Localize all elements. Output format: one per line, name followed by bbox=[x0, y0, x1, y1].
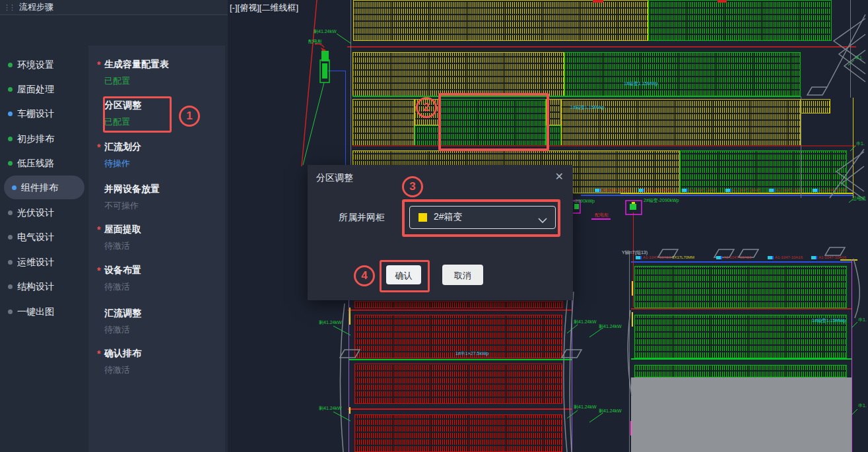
sidebar-item-roof[interactable]: 屋面处理 bbox=[0, 77, 88, 101]
substep-capacity-table[interactable]: *生成容量配置表 已配置 bbox=[88, 59, 225, 87]
cabinet-label-red: 配电柜 bbox=[595, 212, 609, 218]
capacity-label: 剩41.24kW bbox=[314, 28, 337, 35]
substep-status: 待激活 bbox=[88, 364, 225, 376]
substep-combiner-adjust[interactable]: 汇流调整 待激活 bbox=[88, 307, 225, 336]
box-capacity-label: 1#箱变1.15MWp bbox=[624, 81, 658, 87]
substep-status: 已配置 bbox=[88, 116, 225, 128]
partition-adjust-dialog: 分区调整 ✕ 所属并网柜 2#箱变 3 确认 取消 4 bbox=[308, 165, 573, 300]
capacity-label: 剩41.24kW bbox=[319, 405, 342, 412]
clipped-label: 串1. bbox=[858, 317, 867, 323]
sidebar-item-structural[interactable]: 结构设计 bbox=[0, 274, 88, 298]
sidebar-item-pv-design[interactable]: 光伏设计 bbox=[0, 201, 88, 224]
status-dot bbox=[8, 87, 13, 92]
sidebar-item-module-layout[interactable]: 组件排布 bbox=[4, 176, 84, 199]
substep-combiner-division[interactable]: *汇流划分 待操作 bbox=[88, 141, 225, 170]
cable-label: 总电缆 bbox=[852, 195, 866, 202]
cad-viewport[interactable]: [-][俯视][二维线框] bbox=[228, 0, 868, 452]
sidebar-item-env[interactable]: 环境设置 bbox=[0, 53, 88, 77]
cancel-button[interactable]: 取消 bbox=[442, 265, 483, 285]
substep-confirm-layout[interactable]: *确认排布 待激活 bbox=[88, 348, 225, 376]
substep-status: 待激活 bbox=[88, 324, 225, 336]
status-dot bbox=[8, 210, 13, 215]
confirm-button[interactable]: 确认 bbox=[386, 265, 421, 284]
sidebar-item-carport[interactable]: 车棚设计 bbox=[0, 102, 88, 125]
substep-roof-extract[interactable]: *屋面提取 待激活 bbox=[88, 224, 225, 252]
clipped-label: 串1. bbox=[856, 141, 865, 147]
capacity-label: 剩41.24kW bbox=[319, 319, 342, 326]
status-dot bbox=[8, 137, 13, 141]
sidebar-item-export[interactable]: 一键出图 bbox=[0, 300, 88, 323]
color-swatch-icon bbox=[418, 213, 427, 222]
box-capacity-label: 1#箱变1.15MWp bbox=[812, 317, 846, 324]
transformer-label: 2#箱变-2090kWp bbox=[644, 197, 679, 204]
capacity-label: 剩41.24kW bbox=[599, 323, 622, 330]
selected-value: 2#箱变 bbox=[434, 211, 463, 223]
box-capacity-label: 1#箱变1.15MWp bbox=[570, 104, 605, 111]
status-dot bbox=[8, 63, 13, 67]
chevron-down-icon bbox=[538, 214, 547, 226]
status-dot bbox=[8, 161, 13, 166]
clipped-label: 串1. bbox=[858, 403, 867, 409]
sidebar-item-electrical[interactable]: 电气设计 bbox=[0, 225, 88, 249]
substep-status: 已配置 bbox=[88, 75, 225, 87]
sidebar-item-prelayout[interactable]: 初步排布 bbox=[0, 127, 88, 150]
status-dot bbox=[8, 309, 13, 314]
substep-status: 待激活 bbox=[88, 281, 225, 293]
substep-status: 待操作 bbox=[88, 158, 225, 170]
status-dot bbox=[8, 284, 13, 289]
substep-grid-equipment[interactable]: 并网设备放置 不可操作 bbox=[88, 183, 225, 212]
capacity-label: 剩41.24kW bbox=[599, 408, 622, 414]
substep-status: 待激活 bbox=[88, 240, 225, 252]
close-icon[interactable]: ✕ bbox=[555, 170, 564, 183]
capacity-label: 剩41.24kW bbox=[574, 404, 597, 410]
status-dot bbox=[8, 235, 13, 240]
sidebar-item-om-design[interactable]: 运维设计 bbox=[0, 250, 88, 274]
annotation-circle-4: 4 bbox=[354, 265, 375, 286]
transformer-label-frag: -2090kWp bbox=[574, 199, 595, 203]
substep-status: 不可操作 bbox=[88, 200, 225, 212]
clipped-label: 串1. bbox=[855, 55, 863, 61]
sidebar-item-lowvolt[interactable]: 低压线路 bbox=[0, 151, 88, 175]
process-steps-panel: ⋮⋮流程步骤 环境设置 屋面处理 车棚设计 初步排布 低压线路 组件排布 光伏设… bbox=[0, 0, 228, 452]
grid-cabinet-select[interactable]: 2#箱变 bbox=[409, 206, 556, 229]
drag-handle-icon[interactable]: ⋮⋮ bbox=[3, 3, 14, 11]
string-capacity-label: 1#串1×27.5kWp bbox=[455, 350, 488, 357]
stage-list: 环境设置 屋面处理 车棚设计 初步排布 低压线路 组件排布 光伏设计 电气设计 … bbox=[0, 15, 88, 452]
cabinet-label: 配电柜 bbox=[308, 38, 322, 45]
annotation-circle-3: 3 bbox=[402, 176, 423, 197]
status-dot bbox=[8, 260, 13, 265]
panel-title: 流程步骤 bbox=[19, 2, 53, 12]
field-label: 所属并网柜 bbox=[339, 212, 385, 224]
view-mode-label: [-][俯视][二维线框] bbox=[230, 2, 298, 14]
substep-partition-adjust[interactable]: 分区调整 已配置 bbox=[88, 100, 225, 128]
panel-titlebar: ⋮⋮流程步骤 bbox=[0, 0, 228, 15]
status-dot bbox=[12, 185, 17, 190]
capacity-label: 剩41.24kW bbox=[574, 319, 597, 325]
status-dot bbox=[8, 112, 13, 116]
dialog-title: 分区调整 bbox=[316, 172, 353, 184]
substep-device-layout[interactable]: *设备布置 待激活 bbox=[88, 265, 225, 293]
substep-list: *生成容量配置表 已配置 分区调整 已配置 *汇流划分 待操作 并网设备放置 不… bbox=[88, 46, 225, 452]
